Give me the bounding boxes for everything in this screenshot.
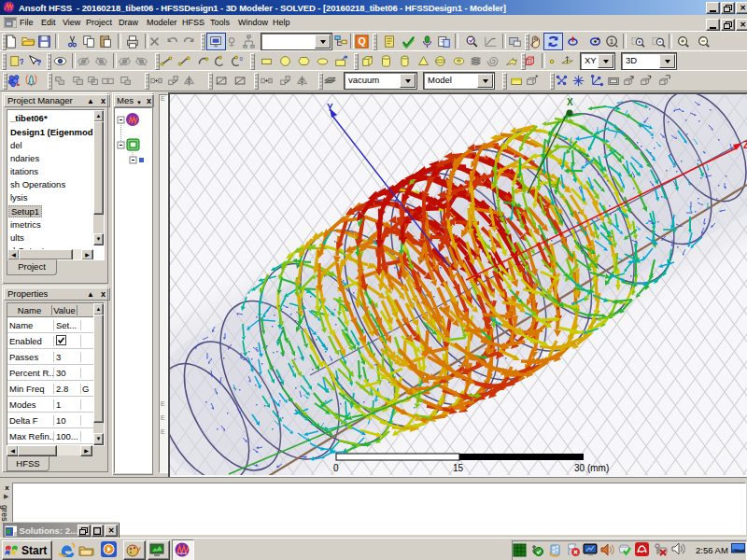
svg-text:X: X xyxy=(567,97,573,107)
svg-text:?: ? xyxy=(36,57,41,67)
svg-text:15: 15 xyxy=(453,463,464,473)
svg-text:0: 0 xyxy=(240,55,244,62)
svg-text:0: 0 xyxy=(333,463,339,473)
svg-text:30 (mm): 30 (mm) xyxy=(574,463,609,473)
svg-text:Q: Q xyxy=(358,35,365,47)
svg-text:Y: Y xyxy=(327,103,333,113)
svg-text:Z: Z xyxy=(743,140,747,150)
svg-text:1: 1 xyxy=(610,38,613,45)
svg-text:?: ? xyxy=(20,56,23,66)
